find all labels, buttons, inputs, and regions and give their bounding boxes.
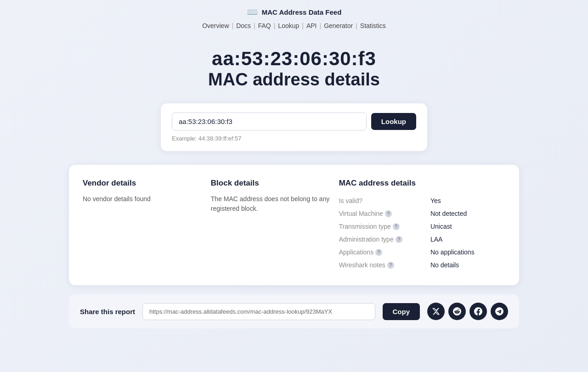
- share-bar: Share this report https://mac-address.al…: [69, 294, 519, 328]
- block-text: The MAC address does not belong to any r…: [211, 194, 330, 214]
- detail-value: LAA: [430, 233, 505, 246]
- help-icon[interactable]: ?: [375, 249, 382, 256]
- brand-row: ⌨️ MAC Address Data Feed: [247, 6, 342, 17]
- reddit-icon[interactable]: [448, 303, 466, 320]
- sections-grid: Vendor details No vendor details found B…: [83, 179, 505, 271]
- main-nav: Overview | Docs | FAQ | Lookup | API | G…: [202, 22, 386, 29]
- help-icon[interactable]: ?: [393, 223, 400, 230]
- table-row: Wireshark notes?No details: [339, 259, 505, 271]
- nav-overview[interactable]: Overview: [202, 22, 229, 29]
- nav-generator[interactable]: Generator: [324, 22, 353, 29]
- facebook-icon[interactable]: [469, 303, 487, 320]
- table-row: Applications?No applications: [339, 246, 505, 259]
- help-icon[interactable]: ?: [385, 210, 392, 217]
- block-title: Block details: [211, 179, 330, 188]
- mac-details-section: MAC address details Is valid?YesVirtual …: [339, 179, 505, 271]
- detail-label: Applications?: [339, 246, 430, 259]
- table-row: Administration type?LAA: [339, 233, 505, 246]
- lookup-row: Lookup: [172, 113, 416, 130]
- header: ⌨️ MAC Address Data Feed Overview | Docs…: [0, 0, 588, 29]
- detail-value: Not detected: [430, 207, 505, 220]
- detail-label: Transmission type?: [339, 220, 430, 233]
- detail-value: No details: [430, 259, 505, 271]
- social-icons: [427, 303, 508, 320]
- nav-statistics[interactable]: Statistics: [360, 22, 386, 29]
- mac-lookup-input[interactable]: [172, 113, 367, 130]
- nav-api[interactable]: API: [306, 22, 317, 29]
- hero-mac-address: aa:53:23:06:30:f3: [9, 48, 579, 70]
- vendor-text: No vendor details found: [83, 194, 202, 204]
- block-section: Block details The MAC address does not b…: [211, 179, 330, 271]
- detail-value: No applications: [430, 246, 505, 259]
- vendor-section: Vendor details No vendor details found: [83, 179, 202, 271]
- table-row: Is valid?Yes: [339, 194, 505, 207]
- mac-details-table: Is valid?YesVirtual Machine?Not detected…: [339, 194, 505, 271]
- main-details-card: Vendor details No vendor details found B…: [69, 165, 519, 285]
- help-icon[interactable]: ?: [387, 262, 394, 269]
- detail-value: Yes: [430, 194, 505, 207]
- share-url: https://mac-address.alldatafeeds.com/mac…: [142, 303, 375, 320]
- detail-label: Virtual Machine?: [339, 207, 430, 220]
- telegram-icon[interactable]: [491, 303, 508, 320]
- lookup-example: Example: 44:38:39:ff:ef:57: [172, 135, 416, 142]
- twitter-icon[interactable]: [427, 303, 445, 320]
- hero-subtitle: MAC address details: [9, 70, 579, 90]
- detail-label: Administration type?: [339, 233, 430, 246]
- nav-docs[interactable]: Docs: [236, 22, 251, 29]
- detail-label: Wireshark notes?: [339, 259, 430, 271]
- hero-section: aa:53:23:06:30:f3 MAC address details: [0, 29, 588, 103]
- share-label: Share this report: [80, 308, 135, 316]
- nav-lookup[interactable]: Lookup: [278, 22, 299, 29]
- help-icon[interactable]: ?: [396, 236, 402, 243]
- nav-faq[interactable]: FAQ: [258, 22, 271, 29]
- vendor-title: Vendor details: [83, 179, 202, 188]
- lookup-button[interactable]: Lookup: [371, 113, 416, 130]
- table-row: Virtual Machine?Not detected: [339, 207, 505, 220]
- lookup-card: Lookup Example: 44:38:39:ff:ef:57: [161, 103, 427, 151]
- copy-button[interactable]: Copy: [383, 303, 420, 320]
- detail-value: Unicast: [430, 220, 505, 233]
- table-row: Transmission type?Unicast: [339, 220, 505, 233]
- detail-label: Is valid?: [339, 194, 430, 207]
- brand-name: MAC Address Data Feed: [262, 8, 342, 16]
- mac-details-title: MAC address details: [339, 179, 505, 188]
- brand-icon: ⌨️: [247, 6, 258, 17]
